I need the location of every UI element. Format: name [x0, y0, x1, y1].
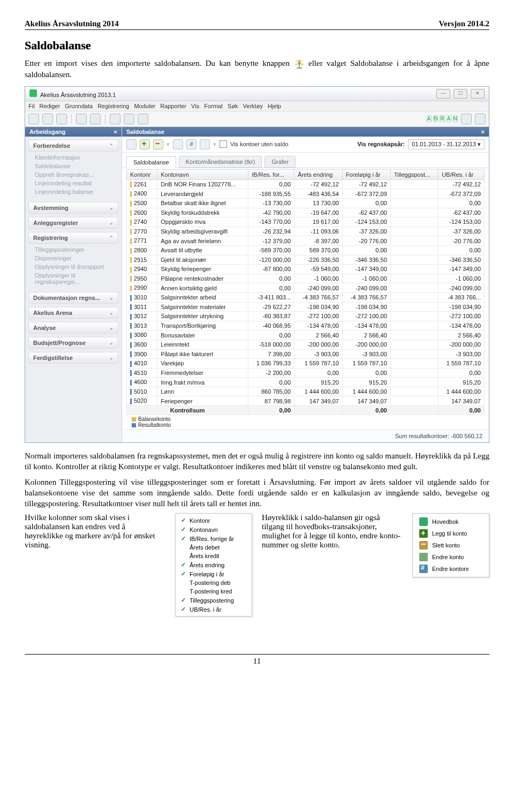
table-row[interactable]: 3010 Salgsinntekter arbeid -3 411 803...… [127, 292, 485, 302]
toolbar-icon[interactable] [28, 114, 39, 124]
column-header[interactable]: Tilleggspost... [390, 169, 438, 179]
sidebar-item[interactable]: Opprett årsregnskap... [35, 170, 122, 179]
table-row[interactable]: 2940 Skyldig feriepenger -87 800,00-59 5… [127, 265, 485, 274]
menu-item[interactable]: Registrering [97, 103, 129, 109]
table-row[interactable]: 2500 Betalbar skatt ikke ilignet -13 730… [127, 199, 485, 208]
column-toggle-item[interactable]: ✓UB/Res. i år [179, 605, 248, 614]
column-header[interactable]: UB/Res. i år [439, 169, 485, 179]
table-row[interactable]: 3013 Transport/Bortkjøring -40 068,95-13… [127, 321, 485, 330]
menu-item[interactable]: Hjelp [268, 103, 281, 109]
toolbar-letter[interactable]: A [446, 115, 451, 122]
toolbar-icon[interactable] [138, 114, 148, 124]
sidebar-group-avstemming[interactable]: Avstemming⌄ [28, 202, 118, 214]
menu-item[interactable]: Verktøy [243, 103, 263, 109]
column-header[interactable]: Årets endring [294, 169, 343, 179]
saldobalanse-grid[interactable]: KontonrKontonavnIB/Res. for...Årets endr… [126, 169, 485, 415]
column-header[interactable]: Kontonr [127, 169, 157, 179]
table-row[interactable]: 2771 Aga av avsatt ferielønn -12 379,00-… [127, 236, 485, 246]
column-header[interactable]: Kontonavn [157, 169, 248, 179]
sidebar-group-registrering[interactable]: Registrering⌃ [28, 232, 118, 244]
sidebar-item[interactable]: Opplysninger til årsrapport [35, 262, 122, 271]
sidebar-group-analyse[interactable]: Analyse⌄ [28, 322, 118, 334]
table-row[interactable]: 4010 Varekjøp 1 036 799,331 559 787,101 … [127, 359, 485, 369]
column-toggle-item[interactable]: Årets debet [179, 543, 248, 552]
context-menu-item[interactable]: Legg til konto [416, 528, 486, 539]
toolbar-icon[interactable] [461, 114, 472, 124]
sidebar-group-ferdigstillelse[interactable]: Ferdigstillelse⌄ [28, 352, 118, 364]
context-menu-item[interactable]: Hovedbok [416, 516, 486, 528]
toolbar-icon[interactable] [42, 114, 53, 124]
table-row[interactable]: 2990 Annen kortsiktig gjeld 0,00-240 099… [127, 283, 485, 293]
sidebar-item[interactable]: Saldobalanse [35, 162, 122, 170]
table-row[interactable]: 2950 Påløpne rentekostnader 0,00-1 060,0… [127, 274, 485, 283]
table-row[interactable]: 3600 Leieinntekt -518 000,00-200 000,00-… [127, 340, 485, 349]
column-toggle-item[interactable]: T-postering deb [179, 578, 248, 587]
sidebar-group-arena[interactable]: Akelius Arena⌄ [28, 307, 118, 319]
toolbar-letter[interactable]: R [440, 115, 444, 122]
toolbar-icon[interactable] [76, 114, 87, 124]
table-row[interactable]: 2740 Oppgjørskto mva -143 770,0019 617,0… [127, 217, 485, 227]
remove-icon[interactable] [153, 139, 163, 149]
column-toggle-item[interactable]: T-postering kred [179, 587, 248, 596]
menu-item[interactable]: Fil [28, 103, 35, 109]
column-header[interactable]: IB/Res. for... [248, 169, 294, 179]
context-menu-item[interactable]: Slett konto [416, 539, 486, 551]
toolbar-icon[interactable] [110, 114, 120, 124]
sidebar-group-anleggsregister[interactable]: Anleggsregister⌄ [28, 217, 118, 229]
sidebar-item[interactable]: Linjeinndeling balanse [35, 187, 122, 196]
hash-icon[interactable]: # [186, 139, 196, 149]
toolbar-icon[interactable] [173, 139, 183, 149]
table-row[interactable]: 5020 Feriepenger 87 798,98147 349,07147 … [127, 396, 485, 406]
show-no-saldo-checkbox[interactable] [220, 140, 227, 148]
toolbar-icon[interactable] [90, 114, 101, 124]
column-toggle-item[interactable]: Årets kredit [179, 552, 248, 560]
menu-item[interactable]: Søk [228, 103, 238, 109]
toolbar-letter[interactable]: N [453, 115, 458, 122]
column-toggle-item[interactable]: ✓Årets endring [179, 560, 248, 569]
maximize-button[interactable]: ☐ [453, 89, 467, 99]
table-row[interactable]: 2400 Leverandørgjeld -188 935,55-483 436… [127, 189, 485, 199]
sidebar-item[interactable]: Tilleggsposteringer [35, 245, 122, 254]
tab-saldobalanse[interactable]: Saldobalanse [126, 156, 176, 168]
table-row[interactable]: 3011 Salgsinntekter materialer -29 622,2… [127, 302, 485, 312]
close-button[interactable]: ✕ [471, 89, 485, 99]
column-toggle-item[interactable]: ✓Kontonavn [179, 525, 248, 534]
menu-item[interactable]: Format [204, 103, 223, 109]
table-row[interactable]: 2915 Gjeld til aksjonær -120 000,00-226 … [127, 255, 485, 265]
column-toggle-item[interactable]: ✓Kontonr [179, 516, 248, 525]
table-row[interactable]: 2600 Skyldig forskuddstrekk -42 790,00-1… [127, 208, 485, 217]
sidebar-item[interactable]: Linjeinndeling resultat [35, 179, 122, 187]
add-icon[interactable] [140, 139, 150, 149]
year-selector[interactable]: 01.01.2013 - 31.12.2013 ▾ [408, 139, 485, 149]
sidebar-group-forberedelse[interactable]: Forberedelse⌃ [28, 140, 118, 152]
menu-item[interactable]: Vis [191, 103, 199, 109]
column-toggle-item[interactable]: ✓Foreløpig i år [179, 569, 248, 578]
table-row[interactable]: 2261 DnB NOR Finans 1202778... 0,00-72 4… [127, 179, 485, 189]
table-row[interactable]: 3900 Påløpt ikke fakturert 7 398,00-3 90… [127, 349, 485, 359]
sidebar-item[interactable]: Klientinformasjon [35, 153, 122, 162]
tab-grafer[interactable]: Grafer [264, 156, 295, 168]
minimize-button[interactable]: — [436, 89, 450, 99]
table-row[interactable]: 3080 Bonusavtaler 0,002 566,402 566,402 … [127, 330, 485, 340]
column-header[interactable]: Foreløpig i år [342, 169, 390, 179]
context-menu-item[interactable]: Endre konto [416, 551, 486, 563]
toolbar-icon[interactable] [475, 114, 486, 124]
menu-item[interactable]: Moduler [134, 103, 155, 109]
toolbar-letter[interactable]: A [427, 115, 432, 122]
sidebar-item[interactable]: Opplysninger til regnskapsregis... [35, 271, 122, 286]
table-row[interactable]: 3012 Salgsinntekter utrykning -80 383,87… [127, 312, 485, 321]
table-row[interactable]: 5010 Lønn 860 785,001 444 600,001 444 60… [127, 387, 485, 396]
menu-item[interactable]: Grunndata [65, 103, 93, 109]
toolbar-icon[interactable] [124, 114, 134, 124]
home-icon[interactable] [126, 139, 137, 149]
tab-matrise[interactable]: Konto/månedsmatrise (tkr) [179, 156, 262, 168]
toolbar-icon[interactable] [200, 139, 210, 149]
toolbar-icon[interactable] [56, 114, 67, 124]
sidebar-group-budsjett[interactable]: Budsjett/Prognose⌄ [28, 337, 118, 349]
table-row[interactable]: 2770 Skyldig arbeidsgiveravgift -26 232,… [127, 227, 485, 236]
menu-item[interactable]: Rediger [40, 103, 61, 109]
table-row[interactable]: 2800 Avsatt til utbytte -589 370,00589 3… [127, 245, 485, 255]
sidebar-group-dokumentasjon[interactable]: Dokumentasjon regns...⌄ [28, 292, 118, 304]
menu-item[interactable]: Rapporter [160, 103, 186, 109]
column-toggle-item[interactable]: ✓IB/Res. forrige år [179, 534, 248, 543]
